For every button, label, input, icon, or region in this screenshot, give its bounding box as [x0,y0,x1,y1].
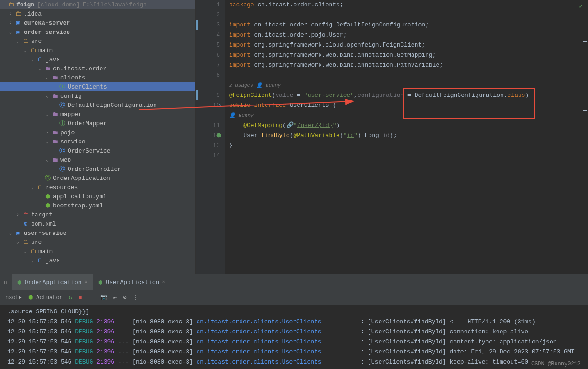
project-tree[interactable]: 🗀feign [cloud-demo] F:\File\Java\feign›🗀… [0,0,196,274]
tree-item-bootstrap-yaml[interactable]: ⬢bootstrap.yaml [0,201,195,210]
code-line[interactable] [229,10,588,20]
tree-item-pojo[interactable]: ›🖿pojo [0,128,195,137]
exit-icon[interactable]: ⇤ [113,294,117,301]
gutter-line[interactable]: 3 [196,20,220,30]
log-line: 12-29 15:57:53:546 DEBUG 21396 --- [nio-… [7,357,581,367]
tree-item-config[interactable]: ⌄🖿config [0,91,195,100]
log-line: 12-29 15:57:53:546 DEBUG 21396 --- [nio-… [7,317,581,327]
console-tab[interactable]: nsole [5,295,22,301]
tree-item-eureka-server[interactable]: ›▣eureka-server [0,18,195,27]
dashboard-icon[interactable]: ⊘ [123,294,127,301]
tree-item-DefaultFeignConfiguration[interactable]: ⒸDefaultFeignConfiguration [0,100,195,110]
gutter-line[interactable]: 5 [196,40,220,50]
spring-icon: ⬢ [28,295,33,301]
tree-item-java[interactable]: ⌄🗀java [0,55,195,64]
tree-item-clients[interactable]: ⌄🖿clients [0,73,195,82]
run-tool-label: n [4,279,12,286]
tree-item--idea[interactable]: ›🗀.idea [0,9,195,18]
code-editor[interactable]: ✓ package cn.itcast.order.clients;import… [225,0,588,274]
gutter-line[interactable]: 7 [196,60,220,70]
tree-item-feign[interactable]: 🗀feign [cloud-demo] F:\File\Java\feign [0,0,195,9]
gutter-line[interactable]: 8 [196,70,220,80]
inspection-status-icon[interactable]: ✓ [579,3,583,10]
stop-button[interactable]: ■ [79,295,82,301]
code-line[interactable]: import org.springframework.cloud.openfei… [229,40,588,50]
tree-item-service[interactable]: ⌄🖿service [0,137,195,146]
gutter-line[interactable]: 14 [196,151,220,161]
code-line[interactable]: import cn.itcast.order.pojo.User; [229,30,588,40]
tree-item-web[interactable]: ⌄🖿web [0,155,195,164]
rerun-button[interactable]: ↻ [69,294,72,301]
tree-item-OrderService[interactable]: ⒸOrderService [0,146,195,155]
tree-item-resources[interactable]: ⌄🗀resources [0,183,195,192]
code-line[interactable]: import org.springframework.web.bind.anno… [229,60,588,70]
tree-item-OrderMapper[interactable]: ⒾOrderMapper [0,119,195,128]
error-stripe[interactable] [583,0,588,274]
watermark: CSDN @Bunny0212 [531,361,581,367]
code-line[interactable]: public interface UserClients { [229,100,588,111]
code-line[interactable] [229,151,588,161]
actuator-tab[interactable]: ⬢ Actuator [28,294,63,301]
tree-item-order-service[interactable]: ⌄▣order-service [0,27,195,37]
tree-item-src[interactable]: ⌄🗀src [0,237,195,247]
tree-item-OrderController[interactable]: ⒸOrderController [0,164,195,174]
gutter-line[interactable]: 6 [196,50,220,60]
tree-item-cn-itcast-order[interactable]: ⌄🖿cn.itcast.order [0,64,195,73]
tree-item-src[interactable]: ⌄🗀src [0,37,195,46]
tree-item-main[interactable]: ⌄🗀main [0,46,195,55]
gutter-line[interactable]: 10↻ [196,100,220,111]
tree-item-main[interactable]: ⌄🗀main [0,247,195,256]
code-line[interactable]: User findById(@PathVariable("id") Long i… [229,131,588,141]
tree-item-java[interactable]: ⌄🗀java [0,256,195,265]
gutter-line[interactable]: 2 [196,10,220,20]
gutter-line[interactable]: 13 [196,141,220,151]
gutter-line[interactable]: 12⬤ [196,131,220,141]
console-output[interactable]: .source=SPRING_CLOUD}}]12-29 15:57:53:54… [0,305,588,369]
run-status-icon: ⬢ [98,279,103,285]
run-tab-UserApplication[interactable]: ⬢UserApplication× [93,274,171,290]
more-icon[interactable]: ⋮ [133,294,139,301]
tree-item-user-service[interactable]: ⌄▣user-service [0,228,195,237]
code-line[interactable]: package cn.itcast.order.clients; [229,0,588,10]
log-line: 12-29 15:57:53:546 DEBUG 21396 --- [nio-… [7,327,581,337]
code-line[interactable]: @FeignClient(value = "user-service",conf… [229,90,588,100]
camera-icon[interactable]: 📷 [100,294,107,301]
run-tab-OrderApplication[interactable]: ⬢OrderApplication× [12,274,93,290]
code-line[interactable]: } [229,141,588,151]
tree-item-target[interactable]: ›🗀target [0,210,195,219]
run-tabs-bar: n ⬢OrderApplication×⬢UserApplication× [0,274,588,290]
close-icon[interactable]: × [85,279,88,285]
code-hint: 👤 Bunny [229,111,588,121]
log-line: .source=SPRING_CLOUD}}] [7,307,581,317]
gutter-line[interactable]: 1 [196,0,220,10]
gutter: 12345678910↻1112⬤1314 [196,0,225,274]
tree-item-mapper[interactable]: ⌄🖿mapper [0,110,195,119]
log-line: 12-29 15:57:53:546 DEBUG 21396 --- [nio-… [7,337,581,347]
code-line[interactable]: @GetMapping(🔗"/user/{id}") [229,121,588,131]
gutter-line[interactable]: 9 [196,90,220,100]
code-hint: 2 usages 👤 Bunny [229,80,588,90]
tree-item-UserClients[interactable]: ⒾUserClients [0,82,195,91]
console-toolbar: nsole ⬢ Actuator ↻ ■ 📷 ⇤ ⊘ ⋮ [0,290,588,305]
gutter-line[interactable] [196,80,220,90]
gutter-line[interactable]: 11 [196,121,220,131]
code-line[interactable]: import org.springframework.web.bind.anno… [229,50,588,60]
editor-area: 12345678910↻1112⬤1314 ✓ package cn.itcas… [196,0,588,274]
run-status-icon: ⬢ [17,279,22,285]
close-icon[interactable]: × [162,279,165,285]
gutter-line[interactable]: 4 [196,30,220,40]
log-line: 12-29 15:57:53:546 DEBUG 21396 --- [nio-… [7,347,581,357]
tree-item-pom-xml[interactable]: mpom.xml [0,219,195,228]
tree-item-application-yml[interactable]: ⬢application.yml [0,192,195,201]
code-line[interactable]: import cn.itcast.order.config.DefaultFei… [229,20,588,30]
code-line[interactable] [229,70,588,80]
tree-item-OrderApplication[interactable]: ⒸOrderApplication [0,174,195,183]
gutter-line[interactable] [196,111,220,121]
